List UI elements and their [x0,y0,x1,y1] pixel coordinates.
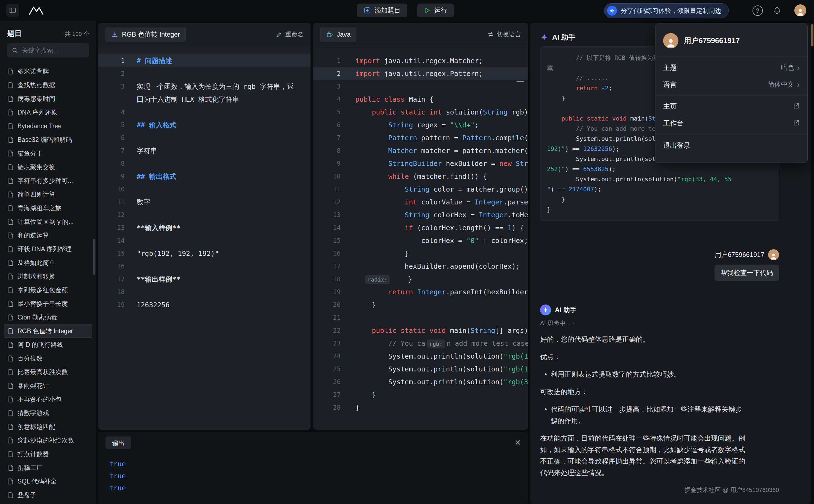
output-tab[interactable]: 输出 [106,436,131,449]
code-line[interactable]: 26 System.out.println(solution("rgb(33, … [313,376,528,388]
close-output-button[interactable]: ✕ [515,439,521,447]
markdown-line[interactable]: 13**输入样例** [98,221,311,234]
code-line[interactable]: 2import java.util.regex.Pattern; [313,67,528,80]
sidebar-item[interactable]: Base32 编码和解码 [4,133,92,146]
markdown-line[interactable]: 7字符串 [98,144,311,157]
sidebar-item[interactable]: 简单四则计算 [4,187,92,201]
code-line[interactable]: 18 radix: } [313,273,528,286]
markdown-line[interactable]: 1912632256 [98,298,311,311]
sidebar-item[interactable]: 百分位数 [4,351,92,365]
menu-item-logout[interactable]: 退出登录 [655,136,807,155]
code-line[interactable]: 15 colorHex = "0" + colorHex; [313,234,528,247]
code-line[interactable]: 6 String regex = "\\d+"; [313,119,528,131]
fold-icon[interactable]: — [517,77,524,84]
add-problem-button[interactable]: 添加题目 [357,4,407,17]
sidebar-toggle-button[interactable] [6,4,19,17]
markdown-line[interactable]: 15"rgb(192, 192, 192)" [98,247,311,260]
sidebar-item[interactable]: Cion 勒索病毒 [4,310,92,324]
page-scrollbar[interactable] [811,24,813,46]
sidebar-item[interactable]: 和的逆运算 [4,228,92,242]
sidebar-item[interactable]: 创意标题匹配 [4,420,92,433]
markdown-line[interactable]: 16 [98,260,311,273]
sidebar-item[interactable]: 计算位置 x 到 y 的... [4,215,92,228]
sidebar-item[interactable]: 阿 D 的飞行路线 [4,338,92,351]
code-line[interactable]: 12 int colorValue = Integer.parseInt(col… [313,196,528,209]
code-line[interactable]: 9 StringBuilder hexBuilder = new StringB… [313,157,528,170]
code-line[interactable]: 20 } [313,298,528,311]
sidebar-item[interactable]: 多米诺骨牌 [4,65,92,78]
sidebar-item[interactable]: 链表聚集交换 [4,160,92,174]
markdown-line[interactable]: 17**输出样例** [98,273,311,286]
sidebar-item[interactable]: 叠盘子 [4,488,92,502]
sidebar-item[interactable]: 字符串有多少种可... [4,174,92,187]
code-line[interactable]: 21 [313,311,528,324]
markdown-line[interactable]: 1# 问题描述 [98,54,311,67]
menu-item-home[interactable]: 主页 [655,98,807,115]
problem-title-chip[interactable]: RGB 色值转 Integer [106,27,186,42]
sidebar-item[interactable]: 最小替换子串长度 [4,297,92,310]
search-input[interactable] [21,46,85,54]
sidebar-item[interactable]: 不再贪心的小包 [4,392,92,406]
sidebar-item[interactable]: SQL 代码补全 [4,474,92,488]
code-line[interactable]: 16 } [313,247,528,260]
code-line[interactable]: 14 if (colorHex.length() == 1) { [313,221,528,234]
code-line[interactable]: 8 Matcher matcher = pattern.matcher(rgb)… [313,144,528,157]
sidebar-item[interactable]: 猫鱼分干 [4,146,92,160]
sidebar-item[interactable]: 病毒感染时间 [4,92,92,106]
code-line[interactable]: 1import java.util.regex.Matcher; [313,54,528,67]
code-line[interactable]: 28} [313,401,528,414]
sidebar-item[interactable]: 暴雨梨花针 [4,379,92,392]
code-line[interactable]: 5 public static int solution(String rgb)… [313,106,528,119]
sidebar-item[interactable]: 打点计数器 [4,447,92,461]
markdown-line[interactable]: 2 [98,67,311,80]
sidebar-item[interactable]: 进制求和转换 [4,269,92,283]
markdown-line[interactable]: 5## 输入格式 [98,119,311,131]
promo-banner[interactable]: 分享代码练习体验，领限量定制周边 [604,3,729,18]
sidebar-item[interactable]: 拿到最多红包金额 [4,283,92,297]
rename-button[interactable]: 重命名 [276,30,303,39]
code-line[interactable]: 11 String color = matcher.group(); [313,183,528,196]
code-line[interactable]: 24 System.out.println(solution("rgb(192,… [313,350,528,363]
code-line[interactable]: 7 Pattern pattern = Pattern.compile(rege… [313,131,528,144]
menu-item-workspace[interactable]: 工作台 [655,115,807,131]
code-line[interactable]: 13 String colorHex = Integer.toHexString… [313,209,528,221]
code-line[interactable]: 22 public static void main(String[] args… [313,324,528,337]
sidebar-item[interactable]: Bytedance Tree [4,119,92,133]
sidebar-item[interactable]: 查找热点数据 [4,78,92,92]
markdown-line[interactable]: 8 [98,157,311,170]
user-avatar-button[interactable] [794,4,806,16]
code-line[interactable]: 19 return Integer.parseInt(hexBuilder.to… [313,286,528,298]
sidebar-item[interactable]: 比赛最高获胜次数 [4,365,92,379]
run-button[interactable]: 运行 [417,4,454,17]
sidebar-item[interactable]: 大数和距离 [4,502,92,504]
sidebar-item[interactable]: 及格如此简单 [4,256,92,269]
switch-language-button[interactable]: 切换语言 [487,30,521,39]
markdown-line[interactable]: 12 [98,209,311,221]
sidebar-item[interactable]: DNA 序列还原 [4,106,92,119]
markdown-editor[interactable]: 1# 问题描述23实现一个函数，输入为长度为三的 rgb 字符串，返回为十六进制… [98,46,311,311]
code-line[interactable]: 27 } [313,388,528,401]
sidebar-item[interactable]: 猜数字游戏 [4,406,92,420]
code-line[interactable]: 25 System.out.println(solution("rgb(100,… [313,363,528,376]
sidebar-scrollbar[interactable] [93,239,95,275]
markdown-line[interactable]: 18 [98,286,311,298]
menu-item-theme[interactable]: 主题 暗色 › [655,59,807,76]
code-line[interactable]: 3 [313,80,528,93]
markdown-line[interactable]: 6 [98,131,311,144]
search-box[interactable] [7,43,89,57]
code-line[interactable]: 4public class Main { [313,93,528,106]
markdown-line[interactable]: 3实现一个函数，输入为长度为三的 rgb 字符串，返回为十六进制 HEX 格式化… [98,80,311,106]
code-line[interactable]: 17 hexBuilder.append(colorHex); [313,260,528,273]
markdown-line[interactable]: 9## 输出格式 [98,170,311,183]
markdown-line[interactable]: 10 [98,183,311,196]
code-line[interactable]: 23 // You cargb:n add more test cases he… [313,337,528,350]
sidebar-item[interactable]: 蛋糕工厂 [4,461,92,474]
notifications-button[interactable] [772,5,782,16]
code-line[interactable]: 10 while (matcher.find()) { [313,170,528,183]
sidebar-item[interactable]: 环状 DNA 序列整理 [4,242,92,256]
sidebar-item[interactable]: 穿越沙漠的补给次数 [4,433,92,447]
markdown-line[interactable]: 14 [98,234,311,247]
language-chip[interactable]: Java [320,27,356,42]
code-editor[interactable]: — 1import java.util.regex.Matcher;2impor… [313,46,528,414]
markdown-line[interactable]: 4 [98,106,311,119]
